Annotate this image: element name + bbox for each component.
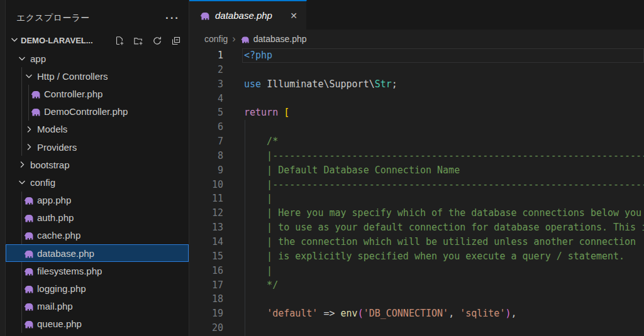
- code-text: <?php: [223, 48, 644, 63]
- tree-item-label: mail.php: [37, 301, 73, 312]
- code-text: |---------------------------------------…: [223, 149, 644, 163]
- code-line-10: 10 |------------------------------------…: [189, 178, 644, 192]
- line-number: 12: [189, 206, 223, 220]
- code-text: return [: [223, 106, 644, 120]
- php-elephant-icon: [23, 195, 34, 205]
- code-line-5: 5return [: [189, 106, 644, 120]
- tree-item-cache-php[interactable]: cache.php: [6, 227, 189, 244]
- line-number: 6: [189, 120, 223, 134]
- code-line-7: 7 /*: [189, 134, 644, 149]
- code-line-12: 12 | Here you may specify which of the d…: [189, 206, 644, 220]
- tree-item-mail-php[interactable]: mail.php: [6, 298, 189, 315]
- line-number: 16: [189, 264, 223, 278]
- new-folder-button[interactable]: [133, 35, 143, 46]
- code-text: | Default Database Connection Name: [223, 163, 644, 178]
- tree-item-database-php[interactable]: database.php: [6, 244, 189, 262]
- code-editor[interactable]: 1<?php23use Illuminate\Support\Str;45ret…: [189, 48, 644, 336]
- line-number: 3: [189, 77, 223, 92]
- tree-item-bootstrap[interactable]: bootstrap: [6, 156, 189, 173]
- vscode-window: エクスプローラー ··· DEMO-LARAVEL... appHttp / C…: [0, 0, 644, 336]
- code-line-8: 8 |-------------------------------------…: [189, 149, 644, 163]
- tree-item-queue-php[interactable]: queue.php: [6, 315, 189, 333]
- code-text: 'default' => env('DB_CONNECTION', 'sqlit…: [223, 306, 644, 321]
- breadcrumb-item-config[interactable]: config: [204, 34, 228, 44]
- php-elephant-icon: [23, 248, 34, 259]
- chevron-down-icon: [16, 177, 27, 188]
- code-line-18: 18: [189, 292, 644, 306]
- more-actions-button[interactable]: ···: [165, 15, 180, 21]
- tree-item-label: Models: [37, 124, 67, 134]
- code-line-9: 9 | Default Database Connection Name: [189, 163, 644, 178]
- code-text: [223, 120, 644, 134]
- chevron-separator-icon: ›: [232, 35, 235, 43]
- chevron-right-icon: [23, 124, 34, 134]
- tree-item-auth-php[interactable]: auth.php: [6, 209, 189, 227]
- tab-database-php[interactable]: database.php ✕: [189, 0, 307, 30]
- tree-item-label: logging.php: [37, 283, 86, 294]
- explorer-title: エクスプローラー: [16, 13, 89, 24]
- line-number: 10: [189, 178, 223, 192]
- chevron-down-icon: [23, 71, 34, 82]
- sidebar-header: エクスプローラー ···: [6, 0, 189, 31]
- tree-item-label: config: [30, 177, 55, 188]
- code-text: | Here you may specify which of the data…: [223, 206, 644, 220]
- chevron-right-icon: [23, 142, 34, 153]
- tree-item-label: Http / Controllers: [37, 71, 108, 82]
- tree-item-providers[interactable]: Providers: [6, 138, 189, 156]
- code-line-16: 16 |: [189, 264, 644, 278]
- tree-item-label: app: [30, 53, 46, 64]
- code-line-4: 4: [189, 92, 644, 106]
- line-number: 13: [189, 220, 223, 235]
- tree-item-controller-php[interactable]: Controller.php: [6, 85, 189, 102]
- tree-item-label: app.php: [37, 195, 71, 205]
- code-line-17: 17 */: [189, 278, 644, 293]
- collapse-all-button[interactable]: [170, 35, 181, 46]
- php-elephant-icon: [23, 212, 34, 223]
- php-elephant-icon: [240, 35, 250, 44]
- line-number: 17: [189, 278, 223, 293]
- php-elephant-icon: [199, 10, 210, 21]
- php-elephant-icon: [30, 106, 41, 117]
- tree-item-filesystems-php[interactable]: filesystems.php: [6, 262, 189, 279]
- breadcrumb-item-file[interactable]: database.php: [253, 34, 307, 44]
- tree-item-logging-php[interactable]: logging.php: [6, 279, 189, 297]
- tree-item-app[interactable]: app: [6, 50, 189, 67]
- php-elephant-icon: [23, 283, 34, 294]
- root-folder-label: DEMO-LARAVEL...: [21, 36, 93, 45]
- tree-item-democontroller-php[interactable]: DemoController.php: [6, 103, 189, 121]
- code-line-6: 6: [189, 120, 644, 134]
- tab-bar: database.php ✕: [189, 0, 644, 30]
- tree-item-config[interactable]: config: [6, 173, 189, 191]
- code-text: |: [223, 264, 644, 278]
- code-text: /*: [223, 134, 644, 149]
- code-text: [223, 63, 644, 77]
- code-line-15: 15 | is explicitly specified when you ex…: [189, 249, 644, 264]
- line-number: 19: [189, 306, 223, 321]
- code-line-11: 11 |: [189, 192, 644, 206]
- explorer-sidebar: エクスプローラー ··· DEMO-LARAVEL... appHttp / C…: [6, 0, 189, 336]
- tree-item-label: DemoController.php: [44, 106, 128, 117]
- root-folder-row[interactable]: DEMO-LARAVEL...: [6, 31, 189, 50]
- refresh-button[interactable]: [152, 35, 162, 46]
- line-number: 7: [189, 134, 223, 149]
- line-number: 18: [189, 292, 223, 306]
- new-file-button[interactable]: [114, 35, 125, 46]
- explorer-actions: [114, 35, 181, 46]
- editor-group: database.php ✕ config › database.php 1<?…: [189, 0, 644, 336]
- code-line-2: 2: [189, 63, 644, 77]
- tree-item-label: database.php: [37, 248, 94, 259]
- tree-item-label: auth.php: [37, 212, 74, 223]
- tree-item-app-php[interactable]: app.php: [6, 192, 189, 209]
- tree-item-http-controllers[interactable]: Http / Controllers: [6, 67, 189, 85]
- code-line-3: 3use Illuminate\Support\Str;: [189, 77, 644, 92]
- php-elephant-icon: [23, 301, 34, 312]
- php-elephant-icon: [30, 89, 41, 99]
- tree-item-label: queue.php: [37, 318, 82, 329]
- php-elephant-icon: [23, 266, 34, 276]
- line-number: 4: [189, 92, 223, 106]
- code-line-1: 1<?php: [189, 48, 644, 63]
- php-elephant-icon: [23, 318, 34, 329]
- line-number: 5: [189, 106, 223, 120]
- tree-item-models[interactable]: Models: [6, 121, 189, 138]
- close-icon[interactable]: ✕: [287, 9, 300, 22]
